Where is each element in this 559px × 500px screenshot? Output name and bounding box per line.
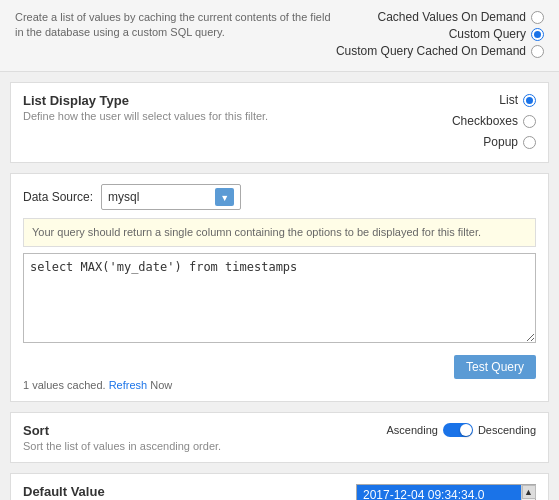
sort-section: Sort Sort the list of values in ascendin… — [10, 412, 549, 463]
descending-label: Descending — [478, 424, 536, 436]
default-value-list-container: 2017-12-04 09:34:34.0 ▲ ▼ ✚ ✕ — [356, 484, 536, 500]
custom-query-cached-option[interactable]: Custom Query Cached On Demand — [336, 44, 544, 58]
list-option-label: List — [499, 93, 518, 107]
display-type-radio-group: List Checkboxes Popup — [452, 93, 536, 152]
cached-values-radio[interactable] — [531, 11, 544, 24]
scroll-up-button[interactable]: ▲ — [522, 485, 536, 499]
cached-values-label: Cached Values On Demand — [377, 10, 526, 24]
datasource-select[interactable]: mysql — [101, 184, 241, 210]
cache-status-text: 1 values cached. — [23, 379, 106, 391]
custom-query-cached-label: Custom Query Cached On Demand — [336, 44, 526, 58]
sort-description: Sort the list of values in ascending ord… — [23, 440, 221, 452]
refresh-now-text: Now — [150, 379, 172, 391]
cache-radio-group: Cached Values On Demand Custom Query Cus… — [336, 10, 544, 61]
ascending-label: Ascending — [387, 424, 438, 436]
checkboxes-option-label: Checkboxes — [452, 114, 518, 128]
list-display-title: List Display Type — [23, 93, 268, 108]
cache-section: Cached Values On Demand Custom Query Cus… — [0, 0, 559, 72]
list-display-description: Define how the user will select values f… — [23, 110, 268, 122]
list-scrollbar: ▲ ▼ — [521, 485, 535, 500]
custom-query-label: Custom Query — [449, 27, 526, 41]
list-display-section: List Display Type Define how the user wi… — [10, 82, 549, 163]
list-radio[interactable] — [523, 94, 536, 107]
sort-toggle-row: Ascending Descending — [387, 423, 536, 437]
cache-description: Create a list of values by caching the c… — [15, 10, 336, 41]
query-section: Data Source: mysql Your query should ret… — [10, 173, 549, 402]
popup-option[interactable]: Popup — [452, 135, 536, 149]
sort-toggle[interactable] — [443, 423, 473, 437]
default-value-section: Default Value Select the value(s) to be … — [10, 473, 549, 500]
custom-query-cached-radio[interactable] — [531, 45, 544, 58]
checkboxes-radio[interactable] — [523, 115, 536, 128]
datasource-dropdown-arrow[interactable] — [215, 188, 234, 206]
sort-title: Sort — [23, 423, 221, 438]
custom-query-option[interactable]: Custom Query — [336, 27, 544, 41]
datasource-row: Data Source: mysql — [23, 184, 536, 210]
checkboxes-option[interactable]: Checkboxes — [452, 114, 536, 128]
default-value-title: Default Value — [23, 484, 346, 499]
toggle-thumb — [460, 424, 472, 436]
default-value-list[interactable]: 2017-12-04 09:34:34.0 ▲ ▼ — [356, 484, 536, 500]
custom-query-radio[interactable] — [531, 28, 544, 41]
query-textarea[interactable]: select MAX('my_date') from timestamps — [23, 253, 536, 343]
test-query-button[interactable]: Test Query — [454, 355, 536, 379]
datasource-value: mysql — [108, 190, 139, 204]
list-option[interactable]: List — [452, 93, 536, 107]
selected-default-item[interactable]: 2017-12-04 09:34:34.0 — [357, 485, 535, 500]
popup-radio[interactable] — [523, 136, 536, 149]
cached-values-option[interactable]: Cached Values On Demand — [336, 10, 544, 24]
refresh-link[interactable]: Refresh — [109, 379, 148, 391]
popup-option-label: Popup — [483, 135, 518, 149]
cache-status: 1 values cached. Refresh Now — [23, 379, 536, 391]
query-hint: Your query should return a single column… — [23, 218, 536, 247]
datasource-label: Data Source: — [23, 190, 93, 204]
